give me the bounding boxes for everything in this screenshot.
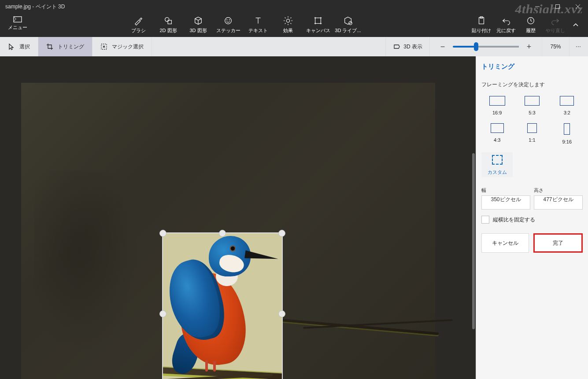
window-titlebar: sample.jpg - ペイント 3D 4thsight.xyz xyxy=(0,0,588,13)
zoom-slider[interactable] xyxy=(453,46,519,48)
frame-preset-custom[interactable]: カスタム xyxy=(481,152,513,177)
window-minimize-button[interactable] xyxy=(527,0,547,13)
select-tool-button[interactable]: 選択 xyxy=(0,37,38,56)
zoom-out-button[interactable]: − xyxy=(437,42,448,52)
svg-point-10 xyxy=(286,19,289,22)
sub-toolbar: 選択 トリミング マジック選択 3D 表示 − + 75% ⋯ xyxy=(0,37,588,56)
tool-2d-shapes[interactable]: 2D 図形 xyxy=(153,13,183,34)
crop-handle-r[interactable] xyxy=(278,310,285,317)
svg-point-5 xyxy=(165,18,169,22)
view-3d-button[interactable]: 3D 表示 xyxy=(385,37,429,56)
ribbon: メニュー ブラシ 2D 図形 3D 図形 ステッカー テキスト 効果 キャ xyxy=(0,13,588,37)
tool-stickers[interactable]: ステッカー xyxy=(213,13,243,34)
side-panel: トリミング フレーミングを決定します 16:9 5:3 3:2 4:3 1:1 … xyxy=(476,56,588,379)
menu-button[interactable]: メニュー xyxy=(0,13,35,31)
panel-title: トリミング xyxy=(481,63,583,71)
height-label: 高さ xyxy=(534,187,583,194)
frame-preset-3-2[interactable]: 3:2 xyxy=(551,96,583,115)
crop-handle-tr[interactable] xyxy=(278,230,285,237)
window-title: sample.jpg - ペイント 3D xyxy=(0,3,65,11)
crop-tool-button[interactable]: トリミング xyxy=(38,37,92,56)
redo-button: やり直し xyxy=(543,13,568,34)
frame-preset-4-3[interactable]: 4:3 xyxy=(481,123,513,144)
tool-effects[interactable]: 効果 xyxy=(273,13,303,34)
more-options-button[interactable]: ⋯ xyxy=(569,37,588,56)
frame-preset-9-16[interactable]: 9:16 xyxy=(551,123,583,144)
cancel-button[interactable]: キャンセル xyxy=(481,233,529,253)
svg-rect-4 xyxy=(14,17,22,22)
svg-rect-1 xyxy=(556,5,560,9)
tool-3d-library[interactable]: 3D ライブ... xyxy=(333,13,363,34)
panel-subtitle: フレーミングを決定します xyxy=(481,81,583,88)
frame-preset-5-3[interactable]: 5:3 xyxy=(516,96,547,115)
history-button[interactable]: 履歴 xyxy=(518,13,543,34)
crop-handle-t[interactable] xyxy=(219,230,226,237)
frame-preset-1-1[interactable]: 1:1 xyxy=(516,123,547,144)
frame-preset-16-9[interactable]: 16:9 xyxy=(481,96,513,115)
collapse-ribbon-button[interactable] xyxy=(568,13,584,37)
height-input[interactable]: 477ピクセル xyxy=(534,195,583,210)
zoom-controls: − + xyxy=(429,37,542,56)
tool-brushes[interactable]: ブラシ xyxy=(123,13,153,34)
svg-point-8 xyxy=(227,20,227,20)
lock-aspect-row[interactable]: 縦横比を固定する xyxy=(481,216,583,224)
lock-aspect-checkbox[interactable] xyxy=(481,216,489,224)
done-button[interactable]: 完了 xyxy=(533,233,583,253)
width-label: 幅 xyxy=(481,187,530,194)
zoom-percent[interactable]: 75% xyxy=(542,37,569,56)
crop-handle-tl[interactable] xyxy=(159,230,166,237)
tool-text[interactable]: テキスト xyxy=(243,13,273,34)
undo-button[interactable]: 元に戻す xyxy=(494,13,518,34)
svg-point-7 xyxy=(225,18,232,24)
tool-canvas[interactable]: キャンバス xyxy=(303,13,333,34)
window-maximize-button[interactable] xyxy=(547,0,568,13)
menu-label: メニュー xyxy=(8,25,27,30)
crop-selection[interactable] xyxy=(162,232,283,379)
magic-select-button[interactable]: マジック選択 xyxy=(92,37,152,56)
canvas-scrollbar[interactable] xyxy=(472,153,475,329)
svg-rect-11 xyxy=(315,18,321,24)
tool-3d-shapes[interactable]: 3D 図形 xyxy=(183,13,213,34)
paste-button[interactable]: 貼り付け xyxy=(469,13,494,34)
zoom-in-button[interactable]: + xyxy=(523,42,535,52)
canvas-area[interactable] xyxy=(0,56,476,379)
window-close-button[interactable] xyxy=(568,0,588,13)
width-input[interactable]: 350ピクセル xyxy=(481,195,530,210)
svg-point-9 xyxy=(229,20,229,20)
lock-aspect-label: 縦横比を固定する xyxy=(493,217,535,223)
crop-handle-l[interactable] xyxy=(159,310,166,317)
